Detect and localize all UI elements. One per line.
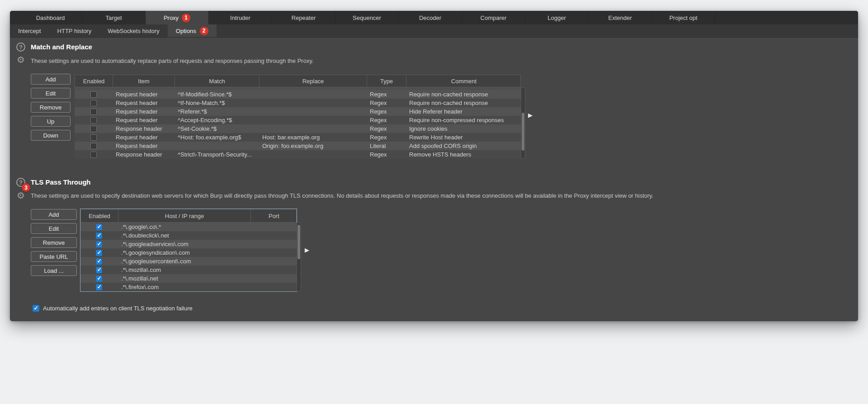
gear-icon[interactable]: ⚙ [16,55,26,65]
tab-sequencer[interactable]: Sequencer [335,11,399,24]
enabled-checkbox[interactable] [96,233,102,239]
up-button[interactable]: Up [31,116,71,127]
cell-comment: Require non-cached response [406,90,521,99]
cell-item: Request header [112,90,174,99]
tab-project-options[interactable]: Project opt [652,11,715,24]
subtab-http-history[interactable]: HTTP history [49,24,100,37]
enabled-checkbox[interactable] [96,241,102,247]
cell-comment: Ignore cookies [406,124,521,133]
table-row[interactable]: Request header Origin: foo.example.org L… [75,142,521,150]
cell-comment: Hide Referer header [406,107,521,116]
tab-target[interactable]: Target [82,11,146,24]
tab-dashboard[interactable]: Dashboard [19,11,82,24]
tab-intruder[interactable]: Intruder [209,11,272,24]
table-row[interactable]: Request header ^Host: foo.example.org$ H… [75,133,521,142]
column-header: Comment [406,75,521,87]
column-header: Host / IP range [118,209,250,222]
table-row[interactable]: Request header ^If-Modified-Since.*$ Reg… [75,90,521,99]
table-row[interactable]: Response header ^Set-Cookie.*$ Regex Ign… [75,124,521,133]
tab-comparer[interactable]: Comparer [462,11,525,24]
cell-item: Request header [112,133,174,142]
add-button[interactable]: Add [31,209,77,220]
subtab-intercept[interactable]: Intercept [10,24,49,37]
table-row[interactable]: Request header ^Referer.*$ Regex Hide Re… [75,107,521,116]
table-row[interactable]: .*\.google\.co\.* [80,223,297,231]
cell-replace [259,116,366,124]
gear-icon[interactable]: ⚙ [16,190,26,200]
column-header: Item [113,75,175,87]
table-row[interactable]: Request header ^Accept-Encoding.*$ Regex… [75,116,521,124]
tab-label: Decoder [419,14,441,21]
cell-item: Request header [112,142,174,150]
remove-button[interactable]: Remove [31,237,77,248]
enabled-checkbox[interactable] [96,250,102,256]
vertical-scrollbar[interactable] [297,223,301,291]
tab-extender[interactable]: Extender [589,11,652,24]
cell-port [250,248,297,257]
scrollbar-thumb[interactable] [522,113,524,151]
scrollbar-thumb[interactable] [297,225,300,259]
remove-button[interactable]: Remove [31,102,71,113]
cell-comment: Remove HSTS headers [406,150,521,159]
table-row[interactable]: .*\.googleusercontent\.com [80,257,297,266]
enabled-checkbox[interactable] [96,284,102,290]
help-icon[interactable]: ? [16,43,25,52]
down-button[interactable]: Down [31,130,71,141]
subtab-label: WebSockets history [108,28,160,34]
subtab-websockets-history[interactable]: WebSockets history [99,24,168,37]
enabled-checkbox[interactable] [90,134,97,141]
enabled-checkbox[interactable] [96,258,102,265]
vertical-scrollbar[interactable] [521,87,525,159]
column-header: Type [367,75,406,87]
tab-label: Project opt [669,14,697,21]
table-row[interactable]: .*\.doubleclick\.net [80,231,297,240]
enabled-checkbox[interactable] [90,126,97,132]
enabled-checkbox[interactable] [90,109,97,115]
callout-badge-1: 1 [182,14,190,22]
cell-replace [259,107,366,116]
cell-item: Request header [112,99,174,107]
tab-label: Repeater [292,14,316,21]
enabled-checkbox[interactable] [90,91,97,98]
cell-host: .*\.googleusercontent\.com [118,257,250,266]
cell-comment: Add spoofed CORS origin [406,142,521,150]
tab-decoder[interactable]: Decoder [399,11,462,24]
auto-add-entries-checkbox[interactable]: Automatically add entries on client TLS … [33,305,193,312]
cell-port [250,257,297,266]
expand-arrow-icon: ▶ [305,247,309,253]
enabled-checkbox[interactable] [90,143,97,149]
enabled-checkbox[interactable] [96,224,102,230]
cell-item: Response header [112,150,174,159]
checkbox-checked-icon[interactable] [33,305,39,312]
table-row[interactable]: .*\.googlesyndication\.com [80,248,297,257]
enabled-checkbox[interactable] [90,117,97,124]
paste-url-button[interactable]: Paste URL [31,251,77,262]
table-row[interactable]: .*\.mozilla\.com [80,266,297,274]
load-button[interactable]: Load ... [31,265,77,276]
subtab-options[interactable]: Options 2 [168,24,217,37]
table-row[interactable]: .*\.firefox\.com [80,283,297,291]
table-row[interactable]: .*\.mozilla\.net [80,274,297,283]
tab-proxy[interactable]: Proxy 1 [146,11,209,24]
cell-port [250,274,297,283]
enabled-checkbox[interactable] [96,276,102,282]
callout-badge-2: 2 [200,27,208,35]
edit-button[interactable]: Edit [31,223,77,234]
tab-repeater[interactable]: Repeater [272,11,335,24]
enabled-checkbox[interactable] [90,152,97,158]
top-tab-bar: Dashboard Target Proxy 1 Intruder Repeat… [10,11,858,24]
cell-match: ^Host: foo.example.org$ [174,133,259,142]
edit-button[interactable]: Edit [31,88,71,99]
add-button[interactable]: Add [31,74,71,85]
match-and-replace-table: Enabled Item Match Replace Type Comment … [75,75,521,159]
enabled-checkbox[interactable] [96,267,102,273]
cell-port [250,240,297,248]
cell-comment: Require non-cached response [406,99,521,107]
table-row[interactable]: Request header ^If-None-Match.*$ Regex R… [75,99,521,107]
cell-port [250,283,297,291]
cell-host: .*\.googlesyndication\.com [118,248,250,257]
enabled-checkbox[interactable] [90,100,97,106]
table-row[interactable]: Response header ^Strict\-Transport\-Secu… [75,150,521,159]
tab-logger[interactable]: Logger [525,11,589,24]
table-row[interactable]: .*\.googleadservices\.com [80,240,297,248]
